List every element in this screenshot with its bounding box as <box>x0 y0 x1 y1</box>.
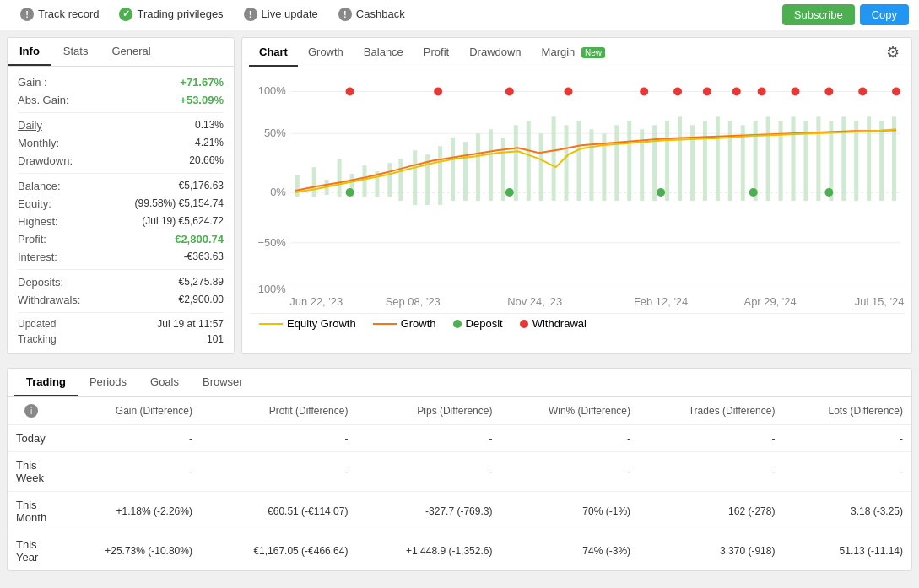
info-section: Gain : +71.67% Abs. Gain: +53.09% Daily … <box>8 67 234 353</box>
col-trades: Trades (Difference) <box>639 397 783 425</box>
nav-cashback[interactable]: ! Cashback <box>328 0 415 30</box>
svg-rect-18 <box>398 159 403 201</box>
equity-growth-line <box>259 323 283 325</box>
chart-tab-profit[interactable]: Profit <box>414 39 459 67</box>
chart-tab-drawdown[interactable]: Drawdown <box>459 39 531 67</box>
svg-point-63 <box>673 87 682 95</box>
svg-rect-44 <box>728 121 732 201</box>
svg-rect-49 <box>792 116 796 201</box>
copy-button[interactable]: Copy <box>860 4 909 25</box>
chart-tab-growth[interactable]: Growth <box>298 39 354 67</box>
week-profit: - <box>201 452 357 492</box>
svg-rect-15 <box>362 165 366 197</box>
svg-point-68 <box>824 87 833 95</box>
chart-settings-button[interactable]: ⚙ <box>881 38 905 67</box>
svg-point-72 <box>505 188 514 197</box>
equity-value: (99.58%) €5,154.74 <box>135 197 224 210</box>
svg-point-69 <box>858 87 867 95</box>
tab-browser[interactable]: Browser <box>191 369 255 396</box>
gain-label: Gain : <box>18 76 47 89</box>
balance-value: €5,176.63 <box>179 180 224 192</box>
svg-rect-35 <box>614 125 619 201</box>
live-update-icon: ! <box>244 8 257 21</box>
legend-deposit-label: Deposit <box>466 317 503 330</box>
svg-rect-32 <box>577 121 581 201</box>
top-navigation: ! Track record ✓ Trading privileges ! Li… <box>0 0 919 30</box>
tab-periods[interactable]: Periods <box>78 369 138 396</box>
col-win: Win% (Difference) <box>500 397 639 425</box>
tracking-label: Tracking <box>18 333 57 345</box>
withdrawals-label: Withdrawals: <box>18 294 80 306</box>
svg-rect-39 <box>665 121 669 201</box>
tab-trading[interactable]: Trading <box>14 369 78 396</box>
chart-svg: 100% 50% 0% −50% −100% <box>249 74 905 310</box>
svg-point-67 <box>792 87 800 95</box>
year-win: 74% (-3%) <box>500 531 639 571</box>
col-lots: Lots (Difference) <box>783 397 911 425</box>
svg-point-61 <box>565 87 573 95</box>
tab-general[interactable]: General <box>100 38 162 66</box>
nav-track-record[interactable]: ! Track record <box>10 0 109 30</box>
month-lots: 3.18 (-3.25) <box>783 492 911 531</box>
chart-tab-margin[interactable]: Margin New <box>532 39 615 67</box>
subscribe-button[interactable]: Subscribe <box>782 4 855 25</box>
svg-point-65 <box>732 87 741 95</box>
daily-label[interactable]: Daily <box>18 119 42 132</box>
svg-rect-11 <box>312 167 316 197</box>
year-pips: +1,448.9 (-1,352.6) <box>356 531 500 571</box>
svg-text:Apr 29, '24: Apr 29, '24 <box>744 295 797 308</box>
svg-text:100%: 100% <box>258 84 287 97</box>
svg-point-64 <box>703 87 711 95</box>
week-pips: - <box>356 452 500 492</box>
chart-tab-balance[interactable]: Balance <box>354 39 414 67</box>
legend-withdrawal-label: Withdrawal <box>532 317 587 330</box>
tab-goals[interactable]: Goals <box>138 369 191 396</box>
highest-label: Highest: <box>18 215 58 228</box>
monthly-label: Monthly: <box>18 137 59 149</box>
nav-trading-privileges[interactable]: ✓ Trading privileges <box>109 0 233 30</box>
legend-equity-growth: Equity Growth <box>259 317 356 330</box>
tab-stats[interactable]: Stats <box>51 38 100 66</box>
tab-info[interactable]: Info <box>8 38 51 66</box>
svg-point-71 <box>346 188 354 197</box>
track-record-icon: ! <box>20 8 34 21</box>
gain-value: +71.67% <box>180 76 224 89</box>
week-win: - <box>500 452 639 492</box>
svg-rect-53 <box>841 116 846 201</box>
today-gain: - <box>55 425 201 452</box>
today-trades: - <box>639 425 783 452</box>
week-gain: - <box>55 452 201 492</box>
month-pips: -327.7 (-769.3) <box>356 492 500 531</box>
svg-point-60 <box>505 87 514 95</box>
svg-rect-21 <box>438 146 442 205</box>
svg-rect-13 <box>338 159 342 197</box>
nav-cashback-label: Cashback <box>356 8 405 20</box>
svg-text:Feb 12, '24: Feb 12, '24 <box>634 295 688 308</box>
chart-tab-chart[interactable]: Chart <box>249 39 298 67</box>
left-tabs: Info Stats General <box>8 38 234 67</box>
profit-value: €2,800.74 <box>175 233 224 245</box>
today-lots: - <box>783 425 911 452</box>
updated-value: Jul 19 at 11:57 <box>157 318 224 330</box>
interest-label: Interest: <box>18 251 57 263</box>
svg-rect-47 <box>766 116 770 201</box>
week-trades: - <box>639 452 783 492</box>
nav-live-update-label: Live update <box>262 8 318 20</box>
svg-rect-30 <box>552 116 556 201</box>
col-profit: Profit (Difference) <box>201 397 357 425</box>
chart-tabs: Chart Growth Balance Profit Drawdown Mar… <box>242 38 911 67</box>
today-win: - <box>500 425 639 452</box>
svg-point-62 <box>640 87 648 95</box>
svg-rect-33 <box>589 129 593 201</box>
svg-rect-54 <box>854 121 858 201</box>
svg-point-59 <box>434 87 442 95</box>
nav-trading-privileges-label: Trading privileges <box>137 8 223 20</box>
info-icon[interactable]: i <box>24 404 38 418</box>
month-profit: €60.51 (-€114.07) <box>201 492 357 531</box>
today-pips: - <box>356 425 500 452</box>
svg-point-70 <box>892 87 900 95</box>
interest-value: -€363.63 <box>184 251 224 263</box>
svg-text:−100%: −100% <box>251 283 286 295</box>
nav-live-update[interactable]: ! Live update <box>234 0 328 30</box>
svg-rect-42 <box>703 121 707 201</box>
